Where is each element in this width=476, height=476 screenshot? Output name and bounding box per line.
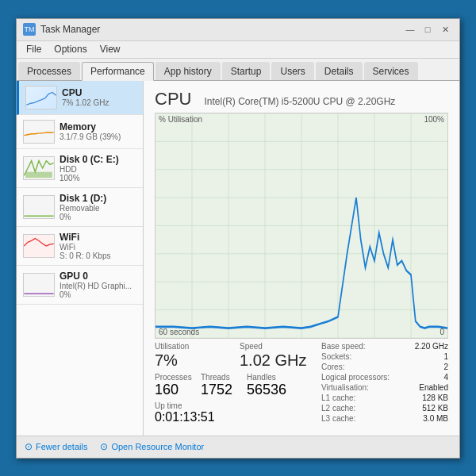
speed-stat: Speed 1.02 GHz [240,342,312,370]
menu-bar: File Options View [17,41,459,59]
disk0-thumbnail [23,156,55,180]
disk0-sub2: 100% [60,174,136,182]
util-speed-row: Utilisation 7% Speed 1.02 GHz [155,342,312,370]
info-logical-processors: Logical processors: 4 [321,373,448,382]
pth-labels: Processes Threads Handles [155,373,312,382]
tab-apphistory[interactable]: App history [155,62,221,80]
footer: ⊙ Fewer details ⊙ Open Resource Monitor [17,436,459,458]
content-area: CPU 7% 1.02 GHz Memory 3.1/7.9 GB (39%) [17,81,459,436]
sidebar: CPU 7% 1.02 GHz Memory 3.1/7.9 GB (39%) [17,81,144,436]
tab-details[interactable]: Details [316,62,363,80]
wifi-title: WiFi [60,232,136,243]
sidebar-item-memory[interactable]: Memory 3.1/7.9 GB (39%) [17,115,143,149]
chart-y-label: % Utilisation [159,115,202,124]
open-resource-monitor-label: Open Resource Monitor [111,442,204,451]
app-icon: TM [23,23,36,36]
cpu-info: CPU 7% 1.02 GHz [62,87,136,107]
disk1-sub2: 0% [60,213,136,221]
gpu-thumbnail [23,273,55,297]
cpu-thumbnail [25,86,57,109]
wifi-sub2: S: 0 R: 0 Kbps [60,251,136,260]
info-cores: Cores: 2 [321,363,448,371]
memory-info: Memory 3.1/7.9 GB (39%) [60,121,136,141]
memory-title: Memory [60,121,136,132]
cpu-title: CPU [62,87,136,98]
main-panel: CPU Intel(R) Core(TM) i5-5200U CPU @ 2.2… [144,81,459,436]
memory-sub: 3.1/7.9 GB (39%) [60,132,136,141]
disk0-sub1: HDD [60,165,136,174]
utilisation-label: Utilisation [155,342,227,351]
gpu0-title: GPU 0 [60,271,136,282]
tab-processes[interactable]: Processes [18,62,80,80]
menu-file[interactable]: File [20,42,48,56]
fewer-details-icon: ⊙ [25,441,33,452]
utilisation-value: 7% [155,351,227,370]
cpu-sub: 7% 1.02 GHz [62,98,136,107]
utilisation-stat: Utilisation 7% [155,342,227,370]
menu-view[interactable]: View [94,42,127,56]
threads-label: Threads [201,373,240,382]
info-virtualisation: Virtualisation: Enabled [321,383,448,392]
disk1-thumbnail [23,195,55,219]
handles-value: 56536 [247,382,294,398]
info-sockets: Sockets: 1 [321,352,448,361]
task-manager-window: TM Task Manager — □ ✕ File Options View … [16,18,460,459]
wifi-thumbnail [23,234,55,258]
info-l2: L2 cache: 512 KB [321,404,448,413]
processes-value: 160 [155,382,194,398]
uptime-value: 0:01:13:51 [155,410,312,424]
stats-area: Utilisation 7% Speed 1.02 GHz Processes … [155,342,448,424]
panel-title: CPU [155,89,191,109]
sidebar-item-wifi[interactable]: WiFi WiFi S: 0 R: 0 Kbps [17,227,143,266]
tab-services[interactable]: Services [364,62,418,80]
fewer-details-link[interactable]: ⊙ Fewer details [25,441,87,452]
threads-value: 1752 [201,382,240,398]
cpu-chart: % Utilisation 100% 60 seconds 0 [155,113,448,339]
handles-label: Handles [247,373,286,382]
speed-value: 1.02 GHz [240,351,312,370]
gpu0-sub1: Intel(R) HD Graphi... [60,282,136,290]
memory-thumbnail [23,120,55,144]
disk0-title: Disk 0 (C: E:) [60,154,136,165]
gpu0-info: GPU 0 Intel(R) HD Graphi... 0% [60,271,136,299]
speed-label: Speed [240,342,312,351]
info-l1: L1 cache: 128 KB [321,393,448,402]
window-title: Task Manager [40,24,402,35]
fewer-details-label: Fewer details [36,442,87,451]
disk1-sub1: Removable [60,204,136,213]
svg-rect-0 [25,171,52,177]
panel-header: CPU Intel(R) Core(TM) i5-5200U CPU @ 2.2… [155,89,448,109]
tab-startup[interactable]: Startup [222,62,271,80]
processes-label: Processes [155,373,194,382]
panel-subtitle: Intel(R) Core(TM) i5-5200U CPU @ 2.20GHz [204,96,395,107]
proc-thread-handles: Processes Threads Handles 160 1752 56536 [155,373,312,398]
title-bar: TM Task Manager — □ ✕ [17,19,459,41]
minimize-button[interactable]: — [402,23,418,36]
uptime-area: Up time 0:01:13:51 [155,401,312,424]
wifi-sub1: WiFi [60,243,136,251]
sidebar-item-disk1[interactable]: Disk 1 (D:) Removable 0% [17,188,143,227]
disk1-info: Disk 1 (D:) Removable 0% [60,193,136,221]
menu-options[interactable]: Options [48,42,93,56]
disk1-title: Disk 1 (D:) [60,193,136,204]
open-resource-monitor-link[interactable]: ⊙ Open Resource Monitor [100,441,204,452]
wifi-info: WiFi WiFi S: 0 R: 0 Kbps [60,232,136,260]
sidebar-item-cpu[interactable]: CPU 7% 1.02 GHz [17,81,143,115]
tab-performance[interactable]: Performance [82,62,154,81]
chart-x-zero: 0 [440,328,444,336]
info-l3: L3 cache: 3.0 MB [321,414,448,423]
uptime-label: Up time [155,401,312,410]
tab-users[interactable]: Users [271,62,313,80]
sidebar-item-gpu0[interactable]: GPU 0 Intel(R) HD Graphi... 0% [17,266,143,305]
pth-values: 160 1752 56536 [155,382,312,398]
tabs-bar: Processes Performance App history Startu… [17,59,459,81]
right-info: Base speed: 2.20 GHz Sockets: 1 Cores: 2… [321,342,448,424]
close-button[interactable]: ✕ [437,23,453,36]
maximize-button[interactable]: □ [420,23,436,36]
window-controls: — □ ✕ [402,23,453,36]
chart-svg [155,113,447,338]
gpu0-sub2: 0% [60,290,136,299]
sidebar-item-disk0[interactable]: Disk 0 (C: E:) HDD 100% [17,149,143,188]
left-stats: Utilisation 7% Speed 1.02 GHz Processes … [155,342,312,424]
resource-monitor-icon: ⊙ [100,441,108,452]
